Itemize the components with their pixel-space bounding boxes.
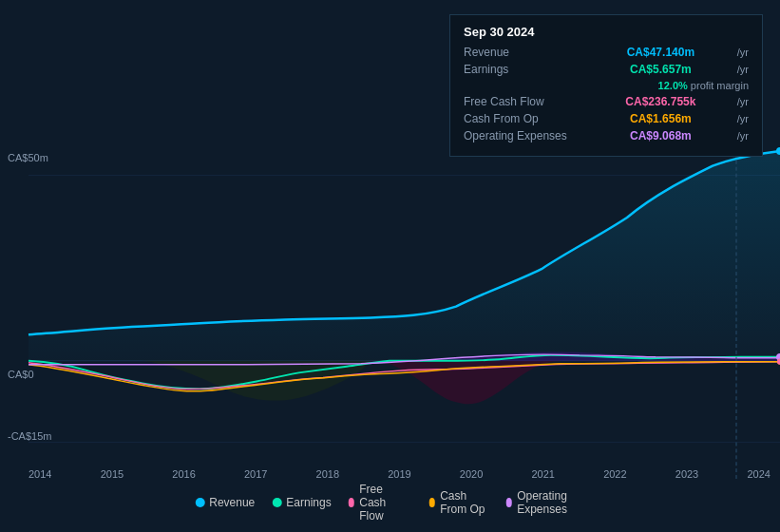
legend-label-earnings: Earnings (286, 496, 331, 509)
x-label-2023: 2023 (675, 468, 698, 480)
x-label-2015: 2015 (101, 468, 124, 480)
profit-margin-value: 12.0% profit margin (658, 80, 749, 91)
legend-fcf[interactable]: Free Cash Flow (349, 483, 412, 522)
revenue-row: Revenue CA$47.140m /yr (464, 46, 749, 59)
x-label-2024: 2024 (747, 468, 770, 480)
earnings-unit: /yr (737, 64, 749, 75)
revenue-unit: /yr (737, 47, 749, 58)
x-label-2016: 2016 (172, 468, 195, 480)
x-label-2022: 2022 (603, 468, 626, 480)
legend-cashfromop[interactable]: Cash From Op (429, 489, 489, 516)
fcf-unit: /yr (737, 96, 749, 107)
chart-legend: Revenue Earnings Free Cash Flow Cash Fro… (195, 483, 585, 522)
legend-label-fcf: Free Cash Flow (359, 483, 411, 522)
legend-label-cashfromop: Cash From Op (440, 489, 488, 516)
revenue-label: Revenue (464, 46, 587, 59)
revenue-fill (29, 151, 780, 361)
x-label-2017: 2017 (244, 468, 267, 480)
legend-dot-opex (506, 498, 513, 507)
chart-svg (0, 147, 780, 480)
cashfromop-unit: /yr (737, 113, 749, 124)
opex-unit: /yr (737, 130, 749, 142)
x-label-2018: 2018 (316, 468, 339, 480)
earnings-value: CA$5.657m (630, 63, 692, 76)
legend-dot-fcf (349, 498, 355, 507)
tooltip-box: Sep 30 2024 Revenue CA$47.140m /yr Earni… (449, 14, 763, 157)
legend-opex[interactable]: Operating Expenses (506, 489, 585, 516)
legend-label-opex: Operating Expenses (517, 489, 585, 516)
opex-row: Operating Expenses CA$9.068m /yr (464, 129, 749, 142)
profit-margin-row: 12.0% profit margin (464, 80, 749, 91)
x-label-2020: 2020 (460, 468, 483, 480)
earnings-row: Earnings CA$5.657m /yr (464, 63, 749, 76)
revenue-value: CA$47.140m (627, 46, 694, 59)
x-label-2019: 2019 (388, 468, 410, 480)
earnings-label: Earnings (464, 63, 587, 76)
tooltip-date: Sep 30 2024 (464, 25, 749, 39)
opex-label: Operating Expenses (464, 129, 587, 142)
cashfromop-value: CA$1.656m (630, 112, 692, 125)
cashfromop-row: Cash From Op CA$1.656m /yr (464, 112, 749, 125)
x-label-2014: 2014 (29, 468, 51, 480)
legend-dot-earnings (272, 498, 281, 507)
fcf-value: CA$236.755k (625, 95, 695, 108)
legend-dot-revenue (195, 498, 204, 507)
opex-value: CA$9.068m (630, 129, 692, 142)
x-label-2021: 2021 (531, 468, 554, 480)
legend-dot-cashfromop (429, 498, 436, 507)
legend-earnings[interactable]: Earnings (272, 496, 331, 509)
legend-revenue[interactable]: Revenue (195, 496, 255, 509)
fcf-label: Free Cash Flow (464, 95, 587, 108)
chart-area (0, 147, 780, 480)
x-axis-labels: 2014 2015 2016 2017 2018 2019 2020 2021 … (29, 468, 780, 480)
fcf-row: Free Cash Flow CA$236.755k /yr (464, 95, 749, 108)
cashfromop-label: Cash From Op (464, 112, 587, 125)
legend-label-revenue: Revenue (209, 496, 255, 509)
